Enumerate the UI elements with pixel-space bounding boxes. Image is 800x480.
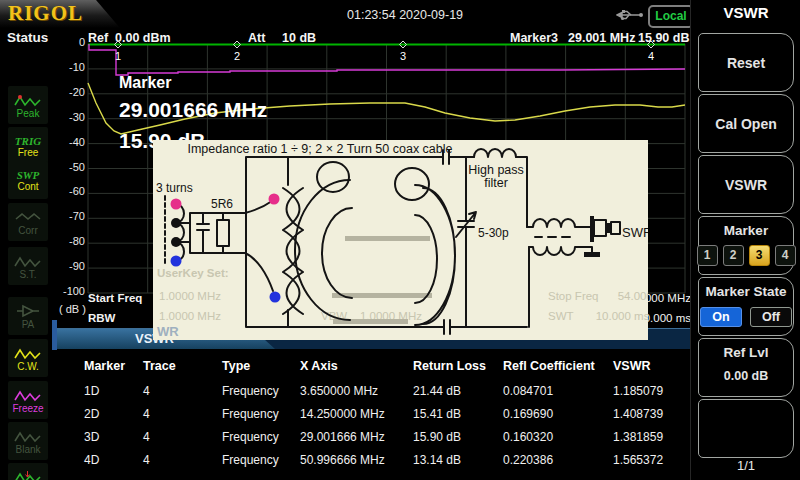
input-winding — [176, 204, 184, 261]
blank-menu-button[interactable] — [698, 399, 794, 458]
table-cell: Frequency — [222, 453, 300, 467]
table-cell: 4 — [143, 407, 222, 421]
table-cell: 21.44 dB — [413, 384, 503, 398]
freeze-waveform-icon — [13, 387, 43, 403]
table-cell: 15.90 dB — [413, 430, 503, 444]
table-header-cell: Marker — [84, 359, 143, 373]
table-header-cell: Return Loss — [413, 359, 503, 373]
ground-symbol — [584, 252, 600, 257]
status-item-label: PA — [22, 319, 35, 330]
table-cell: 4 — [143, 453, 222, 467]
datetime-readout: 01:23:54 2020-09-19 — [347, 8, 463, 22]
table-cell: 1.408739 — [613, 407, 690, 421]
ref-lvl-button[interactable]: Ref Lvl 0.00 dB — [698, 338, 794, 397]
table-cell: 0.169690 — [503, 407, 613, 421]
filter-label-line1: High pass — [468, 163, 524, 177]
y-tick-label: -60 — [58, 185, 85, 198]
cw-waveform-icon — [13, 345, 43, 361]
table-cell: 13.14 dB — [413, 453, 503, 467]
status-sidebar: Status PeakTRIGFreeSWPContCorrS.T.PAC.W.… — [0, 28, 57, 480]
trimmer-cap-label: 5-30p — [478, 226, 509, 240]
ref-lvl-label: Ref Lvl — [723, 345, 768, 360]
vswr-button[interactable]: VSWR — [698, 155, 794, 214]
status-item-mode: TRIG — [15, 135, 41, 147]
marker-3-box[interactable]: 3 — [749, 245, 770, 266]
y-tick-label: -30 — [58, 111, 85, 124]
local-mode-badge: Local — [648, 5, 694, 28]
cal-open-button[interactable]: Cal Open — [698, 94, 794, 153]
blue-terminal-dot — [270, 292, 281, 303]
table-cell: 1.381859 — [613, 430, 690, 444]
toroid-arcs — [295, 180, 455, 325]
reset-button[interactable]: Reset — [698, 33, 794, 92]
status-item-label: Freeze — [12, 403, 43, 414]
top-status-bar: RIGOL 01:23:54 2020-09-19 Local — [0, 0, 690, 28]
marker-state-off[interactable]: Off — [750, 307, 792, 327]
status-item-label: Corr — [18, 225, 37, 236]
table-cell: Frequency — [222, 384, 300, 398]
y-tick-label: -50 — [58, 161, 85, 174]
table-cell: 4 — [143, 384, 222, 398]
table-cell: 0.084701 — [503, 384, 613, 398]
table-cell: 3.650000 MHz — [300, 384, 413, 398]
marker-select-button[interactable]: Marker 1 2 3 4 — [698, 216, 794, 275]
table-header-cell: X Axis — [300, 359, 413, 373]
status-item-cont: SWPCont — [8, 161, 48, 199]
blank-waveform-icon — [13, 428, 43, 444]
capacitor-symbols — [443, 150, 474, 334]
y-tick-label: 0 — [58, 36, 85, 49]
resistor-label: 5R6 — [211, 197, 233, 211]
resistor-symbol — [217, 220, 229, 246]
table-cell: 29.001666 MHz — [300, 430, 413, 444]
status-item-label: Free — [18, 147, 39, 158]
a-minus-b-waveform-icon — [13, 469, 43, 480]
marker-select-label: Marker — [724, 223, 768, 238]
connector-pin — [606, 223, 611, 233]
marker-1-box[interactable]: 1 — [697, 245, 718, 266]
y-tick-label: -80 — [58, 235, 85, 248]
y-tick-label: -20 — [58, 86, 85, 99]
connector-body — [594, 220, 606, 236]
status-item-free: TRIGFree — [8, 127, 48, 165]
status-item-pa: PA — [8, 297, 48, 335]
rbw-label: RBW — [88, 312, 115, 324]
table-cell: 3D — [84, 430, 143, 444]
turns-label: 3 turns — [156, 181, 193, 195]
table-cell: 4D — [84, 453, 143, 467]
marker-4-box[interactable]: 4 — [775, 245, 796, 266]
y-axis-unit: ( dB ) — [59, 303, 86, 315]
marker-2-box[interactable]: 2 — [723, 245, 744, 266]
core-shading-bar — [345, 236, 430, 241]
marker-info-title: Marker — [119, 74, 171, 92]
blue-terminal-dot — [171, 256, 182, 267]
instrument-screen: RIGOL 01:23:54 2020-09-19 Local Status P… — [0, 0, 800, 480]
swr-connector-label: SWR — [622, 225, 648, 240]
table-cell: 15.41 dB — [413, 407, 503, 421]
pink-terminal-dot — [171, 199, 182, 210]
marker-number: 4 — [648, 50, 654, 62]
marker-info-frequency: 29.001666 MHz — [119, 98, 267, 122]
table-cell: 2D — [84, 407, 143, 421]
marker-state-button[interactable]: Marker State On Off — [698, 277, 794, 336]
status-item-label: C.W. — [17, 361, 39, 372]
table-cell: 50.996666 MHz — [300, 453, 413, 467]
table-cell: 1.565372 — [613, 453, 690, 467]
preamp-icon — [13, 303, 43, 319]
connector-plate — [590, 216, 594, 242]
core-tube-cap — [395, 168, 429, 200]
table-header-cell: Type — [222, 359, 300, 373]
table-cell: 4 — [143, 430, 222, 444]
y-tick-label: -40 — [58, 136, 85, 149]
table-cell: 0.220386 — [503, 453, 613, 467]
table-cell: Frequency — [222, 407, 300, 421]
y-tick-label: -70 — [58, 210, 85, 223]
marker-state-on[interactable]: On — [700, 307, 742, 327]
table-row: 4D4Frequency50.996666 MHz13.14 dB0.22038… — [84, 453, 690, 467]
table-cell: 0.160320 — [503, 430, 613, 444]
hpf-inductor — [474, 149, 516, 157]
black-terminal-dot — [171, 237, 181, 247]
status-item-peak: Peak — [8, 86, 48, 124]
status-item-mode: SWP — [17, 169, 40, 181]
table-row: 3D4Frequency29.001666 MHz15.90 dB0.16032… — [84, 430, 690, 444]
marker-state-label: Marker State — [705, 284, 786, 299]
